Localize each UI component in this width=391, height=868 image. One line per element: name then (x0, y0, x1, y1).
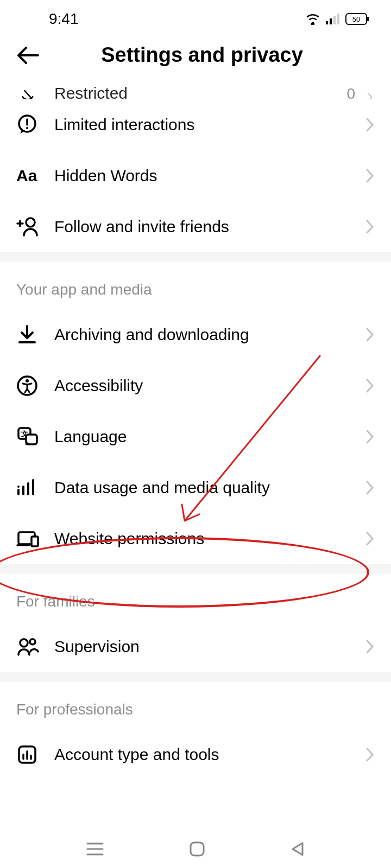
row-label: Accessibility (54, 376, 365, 395)
row-label: Archiving and downloading (54, 326, 365, 344)
nav-recent-icon[interactable] (85, 841, 105, 857)
chevron-right-icon (365, 168, 375, 184)
battery-icon: 50 (345, 13, 369, 25)
devices-icon (16, 529, 40, 548)
section-title-app-media: Your app and media (0, 262, 391, 309)
people-icon (16, 636, 40, 657)
chevron-right-icon (365, 429, 375, 445)
restricted-icon (16, 87, 39, 99)
chevron-right-icon (365, 327, 375, 343)
nav-back-icon[interactable] (289, 841, 306, 857)
system-nav-bar (0, 830, 391, 868)
row-label: Limited interactions (54, 116, 365, 134)
chevron-right-icon (365, 531, 375, 547)
row-accessibility[interactable]: Accessibility (0, 360, 391, 411)
svg-point-29 (20, 639, 28, 647)
row-data-usage[interactable]: Data usage and media quality (0, 462, 391, 513)
row-label: Account type and tools (54, 745, 365, 764)
svg-point-30 (30, 639, 35, 644)
download-icon (16, 324, 38, 346)
svg-point-10 (26, 127, 28, 129)
row-account-type[interactable]: Account type and tools (0, 729, 391, 780)
svg-rect-2 (330, 18, 332, 24)
chevron-right-icon (365, 746, 375, 763)
row-hidden-words[interactable]: Aa Hidden Words (0, 150, 391, 201)
section-divider (0, 252, 391, 262)
row-restricted[interactable]: Restricted 0 (0, 78, 391, 99)
row-archiving[interactable]: Archiving and downloading (0, 309, 391, 360)
svg-point-0 (312, 22, 314, 24)
chevron-right-icon (365, 378, 375, 394)
row-label: Language (54, 427, 365, 446)
svg-point-11 (26, 218, 35, 227)
back-arrow-icon[interactable] (16, 46, 40, 65)
svg-point-25 (17, 486, 20, 488)
chevron-right-icon (365, 480, 375, 496)
chart-box-icon (16, 744, 38, 765)
svg-point-17 (26, 379, 29, 382)
exclamation-bubble-icon (16, 114, 38, 136)
status-time: 9:41 (49, 10, 79, 28)
svg-rect-6 (367, 17, 369, 21)
row-website-permissions[interactable]: Website permissions (0, 513, 391, 564)
text-aa-icon: Aa (16, 167, 37, 185)
content: Restricted 0 Limited interactions Aa Hid… (0, 78, 391, 848)
row-label: Supervision (54, 637, 365, 656)
restricted-count: 0 (346, 85, 355, 99)
svg-text:50: 50 (352, 15, 360, 23)
status-indicators: 50 (305, 13, 369, 25)
row-label: Restricted (54, 84, 346, 99)
accessibility-icon (16, 375, 38, 397)
row-label: Hidden Words (54, 167, 365, 185)
row-label: Website permissions (54, 529, 365, 548)
nav-home-icon[interactable] (188, 840, 206, 858)
svg-rect-3 (333, 16, 336, 24)
svg-rect-4 (337, 14, 339, 24)
section-divider (0, 672, 391, 682)
wifi-icon (305, 13, 320, 25)
add-person-icon (16, 216, 40, 238)
row-label: Data usage and media quality (54, 478, 365, 497)
svg-rect-39 (191, 843, 204, 856)
page-title: Settings and privacy (56, 43, 348, 67)
chevron-right-icon (365, 639, 375, 655)
row-follow-invite[interactable]: Follow and invite friends (0, 201, 391, 252)
chevron-right-icon (365, 92, 375, 99)
svg-rect-1 (326, 21, 328, 24)
chevron-right-icon (365, 219, 375, 235)
svg-rect-28 (31, 537, 38, 546)
row-language[interactable]: 文 Language (0, 411, 391, 462)
bars-icon (16, 478, 38, 497)
row-supervision[interactable]: Supervision (0, 621, 391, 672)
status-bar: 9:41 50 (0, 0, 391, 38)
section-title-families: For families (0, 574, 391, 621)
chevron-right-icon (365, 117, 375, 133)
section-divider (0, 564, 391, 574)
row-label: Follow and invite friends (54, 218, 365, 236)
row-limited-interactions[interactable]: Limited interactions (0, 99, 391, 150)
section-title-professionals: For professionals (0, 682, 391, 729)
signal-icon (326, 14, 340, 24)
language-icon: 文 (16, 426, 39, 448)
header: Settings and privacy (0, 38, 391, 78)
